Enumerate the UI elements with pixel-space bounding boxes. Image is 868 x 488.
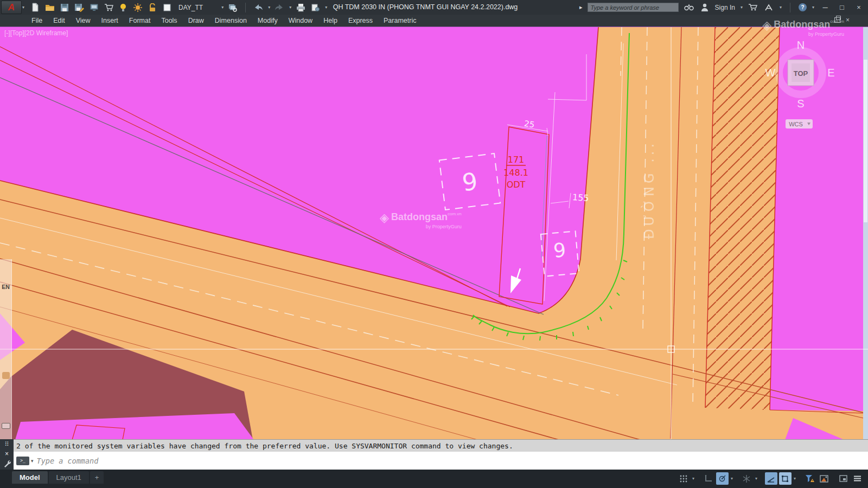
layer-properties-icon[interactable] xyxy=(227,2,238,13)
save-icon[interactable] xyxy=(59,2,70,13)
menu-modify[interactable]: Modify xyxy=(252,17,283,24)
parcel-number-text: 171 xyxy=(508,155,525,165)
layer-color-swatch[interactable] xyxy=(162,2,173,13)
menu-tools[interactable]: Tools xyxy=(156,17,182,24)
search-expander-icon[interactable]: ▸ xyxy=(579,4,583,11)
menu-express[interactable]: Express xyxy=(343,17,378,24)
minimize-button[interactable]: ─ xyxy=(819,3,831,11)
autodesk-dropdown-icon[interactable]: ▾ xyxy=(780,5,782,10)
open-folder-icon[interactable] xyxy=(44,2,55,13)
drawing-close-icon[interactable]: × xyxy=(846,16,850,24)
help-glyph: ? xyxy=(801,4,804,10)
annotation-monitor-warning-icon[interactable] xyxy=(803,472,816,485)
help-icon[interactable]: ? xyxy=(799,3,807,11)
layer-on-bulb-icon[interactable] xyxy=(118,2,129,13)
command-close-icon[interactable]: × xyxy=(0,449,14,459)
customization-menu-icon[interactable] xyxy=(851,472,864,485)
store-cart-icon[interactable] xyxy=(748,2,758,13)
polar-dropdown-icon[interactable]: ▾ xyxy=(731,476,733,481)
system-message-bar: 2 of the monitored system variables have… xyxy=(14,439,868,452)
help-dropdown-icon[interactable]: ▾ xyxy=(812,5,814,10)
autodesk-logo-icon[interactable] xyxy=(763,2,774,13)
iso-dropdown-icon[interactable]: ▾ xyxy=(755,476,757,481)
viewcube-west[interactable]: W xyxy=(765,67,776,79)
polar-tracking-icon[interactable] xyxy=(716,472,729,485)
keyboard-icon[interactable] xyxy=(2,423,10,429)
layer-freeze-sun-icon[interactable] xyxy=(132,2,143,13)
sign-in-dropdown-icon[interactable]: ▾ xyxy=(741,5,743,10)
block-9b-label: 9 xyxy=(552,239,566,262)
autocad-app-icon[interactable]: A xyxy=(1,1,22,14)
viewcube-north[interactable]: N xyxy=(797,39,805,51)
quick-access-toolbar: DAY_TT ▾ ▾ ▾ ▾ xyxy=(30,2,327,13)
title-bar: A ▾ DAY_TT ▾ ▾ ▾ ▾ QH TDM 2030 IN (PHONG… xyxy=(0,0,868,15)
grid-display-icon[interactable] xyxy=(678,472,690,485)
command-prompt-icon[interactable]: >_ xyxy=(16,457,29,465)
qat-customize-dropdown-icon[interactable]: ▾ xyxy=(325,5,327,10)
autocad-a-letter: A xyxy=(8,2,15,13)
drawing-canvas[interactable]: 9 9 171 148.1 ODT 25 155 ĐƯỜNG ... N W xyxy=(0,27,868,439)
customize-wrench-icon[interactable] xyxy=(0,459,14,468)
maximize-button[interactable]: □ xyxy=(836,3,848,11)
close-button[interactable]: × xyxy=(853,3,865,11)
layer-dropdown-icon[interactable]: ▾ xyxy=(221,5,224,10)
menu-draw[interactable]: Draw xyxy=(183,17,209,24)
object-snap-icon[interactable] xyxy=(779,472,792,485)
layer-dropdown-value[interactable]: DAY_TT xyxy=(178,4,203,11)
clean-screen-icon[interactable] xyxy=(837,472,850,485)
scrollbar-thumb[interactable] xyxy=(864,60,867,222)
redo-dropdown-icon[interactable]: ▾ xyxy=(289,5,291,10)
app-menu-dropdown-icon[interactable]: ▾ xyxy=(22,5,24,10)
viewport-controls-label[interactable]: [-][Top][2D Wireframe] xyxy=(4,29,68,37)
menu-edit[interactable]: Edit xyxy=(48,17,71,24)
menu-file[interactable]: File xyxy=(26,17,48,24)
command-grip-icon[interactable]: ⠿ xyxy=(0,439,14,449)
isometric-drafting-icon[interactable] xyxy=(741,472,753,485)
annotation-scale-icon[interactable] xyxy=(818,472,830,485)
undo-dropdown-icon[interactable]: ▾ xyxy=(268,5,270,10)
street-name-label: ĐƯỜNG ... xyxy=(641,140,657,239)
layer-unlock-icon[interactable] xyxy=(147,2,158,13)
plot-device-icon[interactable] xyxy=(88,2,99,13)
tab-layout1[interactable]: Layout1 xyxy=(49,471,89,484)
touch-keyboard-icon[interactable] xyxy=(2,372,10,379)
sysvar-message: 2 of the monitored system variables have… xyxy=(16,442,513,450)
wcs-control[interactable]: WCS xyxy=(786,119,813,129)
osnap-dropdown-icon[interactable]: ▾ xyxy=(794,476,796,481)
language-label: EN xyxy=(0,284,11,290)
menu-dimension[interactable]: Dimension xyxy=(209,17,252,24)
hatched-strip xyxy=(705,27,780,410)
user-icon[interactable] xyxy=(699,2,710,13)
plot-preview-icon[interactable] xyxy=(310,2,321,13)
undo-icon[interactable] xyxy=(253,2,264,13)
add-layout-button[interactable]: + xyxy=(90,471,104,484)
object-snap-tracking-icon[interactable] xyxy=(765,472,777,485)
viewcube-top-face[interactable]: TOP xyxy=(794,69,808,78)
command-input[interactable] xyxy=(37,457,868,465)
new-file-icon[interactable] xyxy=(30,2,41,13)
menu-view[interactable]: View xyxy=(71,17,96,24)
search-input[interactable] xyxy=(588,3,679,12)
save-as-icon[interactable] xyxy=(74,2,85,13)
command-history-dropdown-icon[interactable]: ▾ xyxy=(31,458,34,464)
toolbar-separator xyxy=(245,3,246,12)
menu-format[interactable]: Format xyxy=(124,17,156,24)
viewcube-east[interactable]: E xyxy=(827,67,834,79)
parcel-zone-text: ODT xyxy=(507,179,526,190)
snap-mode-icon[interactable] xyxy=(702,472,714,485)
print-icon[interactable] xyxy=(295,2,306,13)
viewcube-south[interactable]: S xyxy=(797,98,804,110)
search-binoculars-icon[interactable] xyxy=(684,2,694,13)
cart-icon[interactable] xyxy=(103,2,114,13)
menu-help[interactable]: Help xyxy=(318,17,343,24)
menu-window[interactable]: Window xyxy=(283,17,318,24)
redo-icon[interactable] xyxy=(274,2,285,13)
menu-parametric[interactable]: Parametric xyxy=(378,17,422,24)
parcel-area-text: 148.1 xyxy=(503,168,528,178)
menu-insert[interactable]: Insert xyxy=(96,17,124,24)
drawing-restore-icon[interactable] xyxy=(834,17,840,23)
tab-model[interactable]: Model xyxy=(12,471,48,484)
grid-dropdown-icon[interactable]: ▾ xyxy=(692,476,694,481)
sign-in-button[interactable]: Sign In xyxy=(715,4,735,11)
language-bar[interactable]: EN xyxy=(0,259,12,439)
